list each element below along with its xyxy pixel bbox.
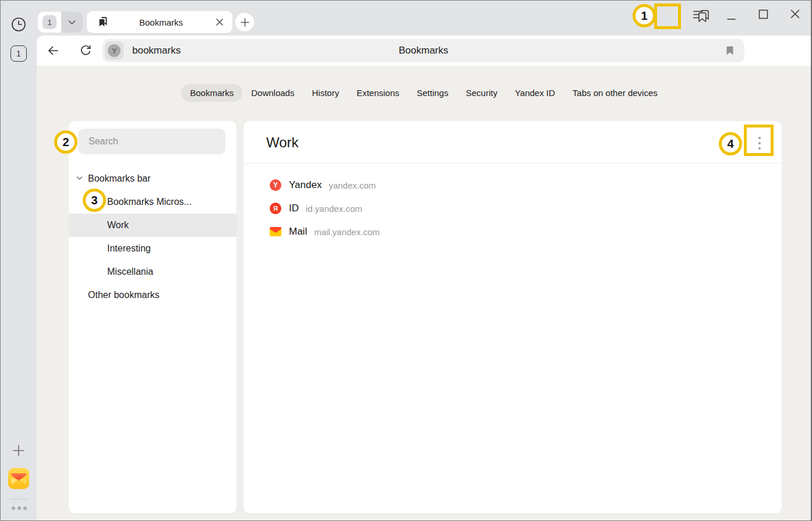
bookmark-title: ID <box>289 203 299 214</box>
yandex-favicon: Y <box>270 179 281 191</box>
bookmark-title: Yandex <box>289 179 322 191</box>
tree-item-label: Other bookmarks <box>88 290 160 300</box>
callout-1-highlight <box>654 3 681 29</box>
tree-item-work[interactable]: Work <box>69 214 236 237</box>
bookmark-row-mail[interactable]: Mail mail.yandex.com <box>243 220 782 243</box>
callout-4-highlight <box>744 125 774 156</box>
back-icon[interactable] <box>46 44 60 58</box>
new-tab-button[interactable] <box>235 13 254 31</box>
tab-strip: 1 Bookmarks <box>37 1 811 36</box>
left-rail: 1 <box>1 1 37 520</box>
tab-yandex-id-section[interactable]: Yandex ID <box>506 84 564 102</box>
bookmark-url: mail.yandex.com <box>314 227 380 237</box>
bookmark-tab-icon <box>97 16 110 29</box>
minimize-button[interactable] <box>724 9 738 23</box>
add-panel-icon[interactable] <box>11 443 26 458</box>
tab-bookmarks-section[interactable]: Bookmarks <box>181 84 242 102</box>
tab-group-count-button[interactable]: 1 <box>38 12 61 33</box>
folder-title: Work <box>266 134 299 151</box>
bookmarks-panel-icon[interactable] <box>696 8 712 24</box>
tab-group-chevron-button[interactable] <box>61 12 83 33</box>
tree-item-bookmarks-bar[interactable]: Bookmarks bar <box>69 167 236 190</box>
yandex-mail-favicon <box>270 226 281 238</box>
address-page-title: Bookmarks <box>103 45 744 56</box>
tab-group-badge: 1 <box>43 15 57 29</box>
bookmark-flag-icon[interactable] <box>723 44 736 57</box>
workspace-badge[interactable]: 1 <box>10 45 27 62</box>
tab-security-section[interactable]: Security <box>457 84 506 102</box>
folder-header: Work <box>243 121 782 164</box>
address-value[interactable]: bookmarks <box>132 45 181 56</box>
tab-other-devices-section[interactable]: Tabs on other devices <box>564 84 666 102</box>
tab-group-control: 1 <box>38 12 83 33</box>
tab-bookmarks[interactable]: Bookmarks <box>87 11 232 33</box>
tree-item-miscellania[interactable]: Miscellania <box>69 260 236 283</box>
tree-item-label: Interesting <box>107 243 151 254</box>
search-input[interactable] <box>78 129 225 154</box>
browser-window: 1 <box>0 0 812 521</box>
reload-icon[interactable] <box>79 44 93 58</box>
bookmark-url: id.yandex.com <box>306 204 362 214</box>
folder-content-panel: Work Y Yandex yandex.com Я ID id.yandex.… <box>243 121 782 513</box>
tree-item-label: Miscellania <box>107 267 153 277</box>
bookmark-list: Y Yandex yandex.com Я ID id.yandex.com <box>243 173 782 243</box>
bookmark-row-id[interactable]: Я ID id.yandex.com <box>243 197 782 220</box>
chevron-down-icon[interactable] <box>76 176 83 182</box>
callout-3: 3 <box>83 189 106 212</box>
tab-history-section[interactable]: History <box>303 84 348 102</box>
callout-1: 1 <box>633 4 656 27</box>
bookmarks-tree: Bookmarks bar Bookmarks Micros... Work I… <box>69 167 236 307</box>
tab-settings-section[interactable]: Settings <box>408 84 457 102</box>
tree-item-label: Bookmarks Micros... <box>107 197 192 207</box>
browser-toolbar: Y bookmarks Bookmarks <box>37 36 811 66</box>
history-clock-icon[interactable] <box>10 16 27 33</box>
manager-nav-tabs: Bookmarks Downloads History Extensions S… <box>37 84 811 102</box>
tab-extensions-section[interactable]: Extensions <box>348 84 408 102</box>
address-bar[interactable]: Y bookmarks Bookmarks <box>103 39 744 62</box>
rail-more-icon[interactable] <box>12 506 27 510</box>
site-favicon-badge: Y <box>105 41 123 60</box>
yandex-mail-app-icon[interactable] <box>8 468 29 489</box>
bookmark-title: Mail <box>289 226 307 238</box>
yandex-gray-favicon: Y <box>108 44 121 57</box>
close-window-button[interactable] <box>788 7 802 21</box>
rail-divider <box>10 499 27 499</box>
tab-close-icon[interactable] <box>213 15 227 29</box>
tree-item-label: Work <box>107 220 129 231</box>
bookmarks-manager-page: Bookmarks Downloads History Extensions S… <box>37 66 811 520</box>
tree-item-label: Bookmarks bar <box>88 173 151 184</box>
tab-title: Bookmarks <box>110 17 213 27</box>
bookmarks-sidebar: Bookmarks bar Bookmarks Micros... Work I… <box>69 121 236 513</box>
callout-2: 2 <box>54 130 77 154</box>
maximize-button[interactable] <box>756 7 770 21</box>
bookmark-url: yandex.com <box>329 180 376 190</box>
tree-item-interesting[interactable]: Interesting <box>69 237 236 260</box>
bookmark-row-yandex[interactable]: Y Yandex yandex.com <box>243 173 782 197</box>
tree-item-other-bookmarks[interactable]: Other bookmarks <box>69 283 236 307</box>
workspace-badge-label: 1 <box>16 49 21 58</box>
tab-downloads-section[interactable]: Downloads <box>242 84 303 102</box>
callout-4: 4 <box>719 132 742 155</box>
yandex-id-favicon: Я <box>270 203 281 214</box>
chevron-down-icon <box>68 20 76 25</box>
